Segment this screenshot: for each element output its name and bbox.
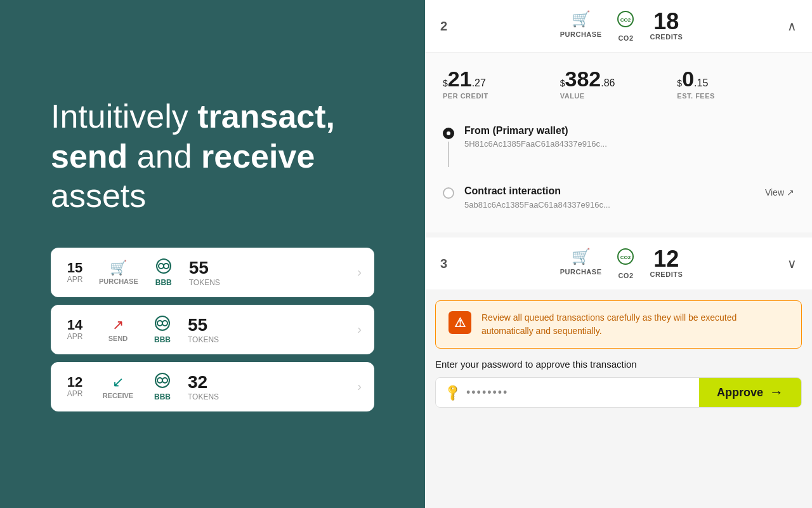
value: $ 382 .86 VALUE (560, 68, 678, 100)
send-icon: ↗ (112, 317, 124, 333)
transaction-list: 15 APR 🛒 PURCHASE BBB 55 TOKENS › 14 (51, 248, 374, 411)
transaction-2-header[interactable]: 2 🛒 PURCHASE CO2 CO2 18 CREDITS ∧ (425, 0, 812, 53)
credits-group: 18 CREDITS (650, 10, 683, 42)
password-section: Enter your password to approve this tran… (425, 349, 812, 420)
hero-connector: and (128, 138, 201, 175)
warning-box: ⚠ Review all queued transactions careful… (435, 300, 802, 349)
from-wallet: From (Primary wallet) 5H81c6Ac1385FaaC61… (443, 117, 794, 177)
transaction-3-section: 3 🛒 PURCHASE CO2 CO2 12 CREDITS ∨ (425, 237, 812, 290)
svg-point-1 (159, 264, 164, 269)
tx-type-purchase: 🛒 PURCHASE (99, 260, 138, 285)
svg-point-4 (157, 321, 162, 326)
tx-amount: 55 TOKENS (189, 258, 345, 287)
password-input[interactable] (466, 386, 613, 399)
token-icon (154, 315, 171, 335)
svg-point-8 (162, 378, 167, 383)
token-icon (155, 258, 172, 278)
receive-icon: ↙ (112, 374, 124, 391)
tx-flow: From (Primary wallet) 5H81c6Ac1385FaaC61… (443, 117, 794, 217)
tx-token-bbb: BBB (151, 258, 176, 287)
tx-amount: 55 TOKENS (188, 315, 344, 344)
token-icon (154, 372, 171, 392)
transaction-3-header[interactable]: 3 🛒 PURCHASE CO2 CO2 12 CREDITS ∨ (425, 237, 812, 290)
approve-button[interactable]: Approve → (699, 378, 801, 407)
list-item[interactable]: 15 APR 🛒 PURCHASE BBB 55 TOKENS › (51, 248, 374, 297)
tx-token-bbb: BBB (150, 372, 175, 401)
tx-header-icons: 🛒 PURCHASE CO2 CO2 18 CREDITS (468, 10, 775, 42)
svg-text:CO2: CO2 (620, 17, 631, 23)
hero-send: send (51, 138, 128, 175)
contract-dot (443, 185, 454, 199)
tx-type-send: ↗ SEND (99, 317, 137, 342)
hero-line1: Intuitively transact, (51, 98, 335, 135)
expand-button[interactable]: ∨ (787, 256, 797, 271)
list-item[interactable]: 14 APR ↗ SEND BBB 55 TOKENS › (51, 305, 374, 354)
tx-financials: $ 21 .27 PER CREDIT $ 382 .86 VALUE (443, 68, 794, 100)
from-dot (443, 125, 454, 170)
password-input-wrap[interactable]: 🔑 (436, 378, 699, 407)
co2-icon: CO2 (617, 10, 634, 32)
svg-point-7 (157, 378, 162, 383)
purchase-icon-group: 🛒 PURCHASE (560, 10, 602, 42)
tx-date: 15 APR (63, 261, 86, 284)
chevron-right-icon: › (357, 322, 362, 337)
credits-group: 12 CREDITS (650, 248, 683, 279)
transaction-2-expanded: $ 21 .27 PER CREDIT $ 382 .86 VALUE (425, 53, 812, 232)
tx-token-bbb: BBB (150, 315, 175, 344)
per-credit: $ 21 .27 PER CREDIT (443, 68, 560, 100)
tx-date: 14 APR (63, 318, 86, 341)
hero-assets: assets (51, 177, 146, 214)
right-panel: 2 🛒 PURCHASE CO2 CO2 18 CREDITS ∧ (425, 0, 812, 508)
svg-text:CO2: CO2 (620, 255, 631, 260)
tx-amount: 32 TOKENS (188, 372, 344, 401)
collapse-button[interactable]: ∧ (787, 18, 797, 34)
chevron-right-icon: › (357, 265, 362, 279)
chevron-right-icon: › (357, 379, 362, 394)
purchase-icon: 🛒 (572, 10, 591, 28)
svg-point-5 (162, 321, 167, 326)
transaction-2-section: 2 🛒 PURCHASE CO2 CO2 18 CREDITS ∧ (425, 0, 812, 232)
external-link-icon: ↗ (787, 187, 794, 197)
co2-icon: CO2 (617, 248, 634, 269)
co2-icon-group: CO2 CO2 (617, 248, 634, 279)
tx-type-receive: ↙ RECEIVE (99, 374, 137, 399)
warning-icon-box: ⚠ (449, 311, 471, 334)
key-icon: 🔑 (443, 382, 462, 402)
contract-interaction: Contract interaction View ↗ 5ab81c6Ac138… (443, 177, 794, 217)
password-label: Enter your password to approve this tran… (435, 359, 802, 370)
tx-date: 12 APR (63, 375, 86, 398)
purchase-icon: 🛒 (110, 260, 127, 276)
est-fees: $ 0 .15 EST. FEES (677, 68, 794, 100)
list-item[interactable]: 12 APR ↙ RECEIVE BBB 32 TOKENS › (51, 362, 374, 411)
purchase-icon: 🛒 (572, 248, 591, 265)
hero-text: Intuitively transact, send and receive a… (51, 97, 374, 215)
view-link[interactable]: View ↗ (765, 187, 794, 197)
svg-point-2 (164, 264, 169, 269)
warning-icon: ⚠ (454, 315, 466, 330)
tx-header-icons: 🛒 PURCHASE CO2 CO2 12 CREDITS (468, 248, 775, 279)
co2-icon-group: CO2 CO2 (617, 10, 634, 42)
purchase-icon-group: 🛒 PURCHASE (560, 248, 602, 279)
hero-receive: receive (201, 138, 315, 175)
password-row: 🔑 Approve → (435, 377, 802, 408)
left-panel: Intuitively transact, send and receive a… (0, 0, 425, 508)
approve-arrow-icon: → (769, 384, 783, 401)
